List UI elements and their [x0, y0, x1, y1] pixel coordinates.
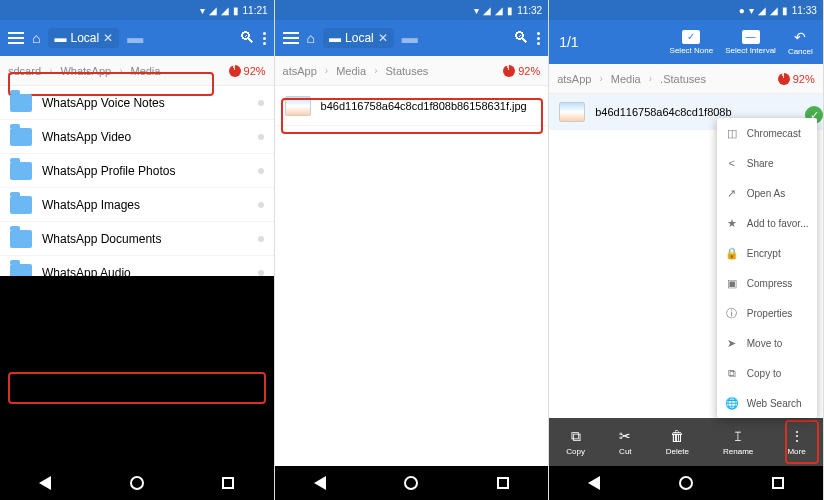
crumb[interactable]: Media: [130, 65, 160, 77]
rename-button[interactable]: 𝙸Rename: [723, 428, 753, 456]
archive-icon: ▣: [725, 277, 739, 290]
menu-icon[interactable]: [283, 32, 299, 44]
clock: 11:33: [792, 5, 817, 16]
ctx-openas[interactable]: ↗Open As: [717, 178, 817, 208]
recents-icon[interactable]: [497, 477, 509, 489]
pie-icon: [778, 73, 790, 85]
ctx-chromecast[interactable]: ◫Chromecast: [717, 118, 817, 148]
clock: 11:21: [243, 5, 268, 16]
breadcrumb: atsApp › Media › Statuses 92%: [275, 56, 549, 86]
overflow-icon[interactable]: [263, 32, 266, 45]
folder-icon: [10, 230, 32, 248]
chevron-right-icon: ›: [649, 73, 652, 84]
copy-button[interactable]: ⧉Copy: [566, 428, 585, 456]
clock: 11:32: [517, 5, 542, 16]
chevron-right-icon: ›: [374, 65, 377, 76]
home-icon[interactable]: ⌂: [32, 30, 40, 46]
cut-button[interactable]: ✂Cut: [619, 428, 631, 456]
item-dot: [258, 100, 264, 106]
copy-icon: ⧉: [571, 428, 581, 444]
list-item[interactable]: WhatsApp Images: [0, 188, 274, 222]
home-icon[interactable]: [679, 476, 693, 490]
breadcrumb: sdcard › WhatsApp › Media 92%: [0, 56, 274, 86]
app-toolbar: ⌂ ▬ Local ✕ ▬ 🔍︎: [0, 20, 274, 56]
recents-icon[interactable]: [222, 477, 234, 489]
folder-icon: [10, 94, 32, 112]
signal-icon: ◢: [758, 5, 766, 16]
home-icon[interactable]: ⌂: [307, 30, 315, 46]
chevron-right-icon: ›: [119, 65, 122, 76]
crumb[interactable]: .Statuses: [660, 73, 706, 85]
cancel-button[interactable]: ↶Cancel: [788, 29, 813, 56]
selection-counter: 1/1: [559, 34, 578, 50]
crumb[interactable]: atsApp: [283, 65, 317, 77]
item-dot: [258, 236, 264, 242]
crumb[interactable]: sdcard: [8, 65, 41, 77]
delete-button[interactable]: 🗑Delete: [666, 428, 689, 456]
search-icon[interactable]: 🔍︎: [239, 29, 255, 47]
wifi-icon: ▾: [474, 5, 479, 16]
crumb[interactable]: WhatsApp: [60, 65, 111, 77]
list-item[interactable]: WhatsApp Audio: [0, 256, 274, 276]
back-icon[interactable]: [588, 476, 600, 490]
item-dot: [258, 270, 264, 276]
breadcrumb: atsApp › Media › .Statuses 92%: [549, 64, 823, 94]
signal-icon: ◢: [770, 5, 778, 16]
pie-icon: [503, 65, 515, 77]
selection-toolbar: 1/1 ✓Select None —Select Interval ↶Cance…: [549, 20, 823, 64]
star-icon: ★: [725, 217, 739, 230]
folder-icon: [10, 162, 32, 180]
file-list: b46d116758a64c8cd1f808b86158631f.jpg: [275, 86, 549, 466]
share-icon: <: [725, 157, 739, 169]
android-navbar: [275, 466, 549, 500]
overflow-icon[interactable]: [537, 32, 540, 45]
ctx-copyto[interactable]: ⧉Copy to: [717, 358, 817, 388]
ctx-compress[interactable]: ▣Compress: [717, 268, 817, 298]
android-status-bar: ● ▾ ◢ ◢ ▮ 11:33: [549, 0, 823, 20]
battery-icon: ▮: [233, 5, 239, 16]
scissors-icon: ✂: [619, 428, 631, 444]
menu-icon[interactable]: [8, 32, 24, 44]
copy-icon: ⧉: [725, 367, 739, 380]
crumb[interactable]: Statuses: [386, 65, 429, 77]
android-navbar: [0, 466, 274, 500]
home-icon[interactable]: [130, 476, 144, 490]
ctx-moveto[interactable]: ➤Move to: [717, 328, 817, 358]
ctx-websearch[interactable]: 🌐Web Search: [717, 388, 817, 418]
trash-icon: 🗑: [670, 428, 684, 444]
ctx-properties[interactable]: ⓘProperties: [717, 298, 817, 328]
ctx-encrypt[interactable]: 🔒Encrypt: [717, 238, 817, 268]
close-icon[interactable]: ✕: [103, 31, 113, 45]
list-item[interactable]: WhatsApp Video: [0, 120, 274, 154]
crumb[interactable]: Media: [336, 65, 366, 77]
folder-icon: [10, 128, 32, 146]
tab-indicator: ▬: [402, 29, 418, 47]
chevron-right-icon: ›: [325, 65, 328, 76]
signal-icon: ◢: [209, 5, 217, 16]
ctx-share[interactable]: <Share: [717, 148, 817, 178]
list-item[interactable]: WhatsApp Voice Notes: [0, 86, 274, 120]
list-item[interactable]: WhatsApp Documents: [0, 222, 274, 256]
back-icon[interactable]: [39, 476, 51, 490]
recents-icon[interactable]: [772, 477, 784, 489]
crumb[interactable]: atsApp: [557, 73, 591, 85]
location-chip[interactable]: ▬ Local ✕: [323, 28, 394, 48]
list-item[interactable]: WhatsApp Profile Photos: [0, 154, 274, 188]
lock-icon: 🔒: [725, 247, 739, 260]
select-interval-button[interactable]: —Select Interval: [725, 30, 776, 55]
signal-icon: ◢: [483, 5, 491, 16]
item-dot: [258, 202, 264, 208]
signal-icon: ◢: [221, 5, 229, 16]
back-icon[interactable]: [314, 476, 326, 490]
tab-indicator: ▬: [127, 29, 143, 47]
location-chip[interactable]: ▬ Local ✕: [48, 28, 119, 48]
close-icon[interactable]: ✕: [378, 31, 388, 45]
crumb[interactable]: Media: [611, 73, 641, 85]
list-item[interactable]: b46d116758a64c8cd1f808b86158631f.jpg: [275, 86, 549, 126]
location-icon: ●: [739, 5, 745, 16]
home-icon[interactable]: [404, 476, 418, 490]
more-button[interactable]: ⋮More: [787, 428, 805, 456]
select-none-button[interactable]: ✓Select None: [670, 30, 714, 55]
ctx-favorite[interactable]: ★Add to favor...: [717, 208, 817, 238]
search-icon[interactable]: 🔍︎: [513, 29, 529, 47]
